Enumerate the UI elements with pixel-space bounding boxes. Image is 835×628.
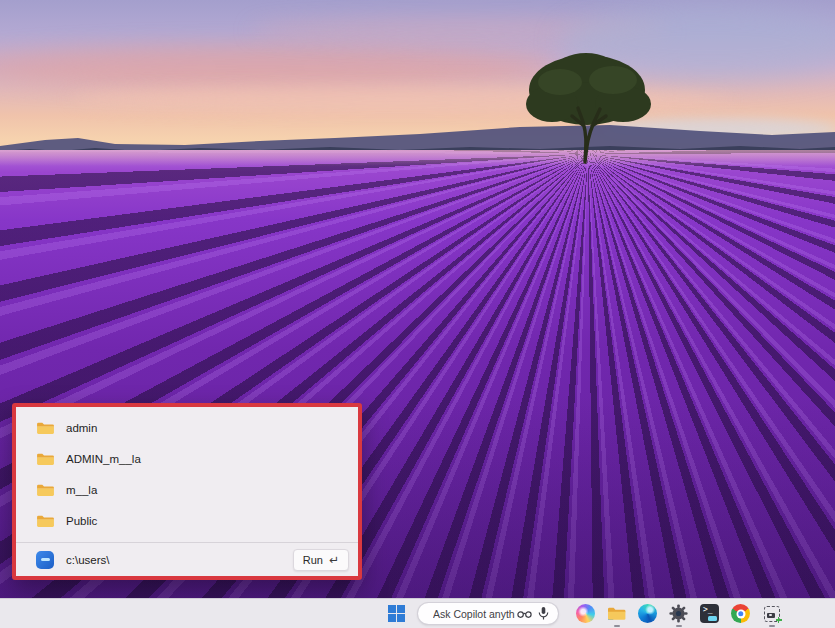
screen-capture-icon (764, 606, 780, 622)
desktop: admin ADMIN_m__la m__la (0, 0, 835, 628)
folder-name: admin (66, 422, 97, 434)
taskbar: >_ (0, 598, 835, 628)
folder-result-row[interactable]: ADMIN_m__la (16, 443, 358, 474)
run-app-icon (36, 551, 54, 569)
run-button-label: Run (303, 554, 323, 566)
windows-logo-icon (388, 605, 396, 613)
folder-name: m__la (66, 484, 97, 496)
terminal-icon: >_ (700, 604, 719, 623)
glasses-icon[interactable] (517, 609, 532, 619)
running-indicator (614, 625, 620, 628)
start-button[interactable] (388, 605, 405, 622)
edge-icon (638, 604, 657, 623)
folder-icon (36, 482, 55, 497)
run-command-row[interactable]: c:\users\ Run ↵ (16, 543, 358, 576)
folder-result-row[interactable]: Public (16, 505, 358, 536)
folder-icon (36, 451, 55, 466)
run-command-text: c:\users\ (66, 554, 109, 566)
microphone-icon[interactable] (538, 606, 549, 621)
plus-icon (778, 617, 780, 623)
search-input[interactable] (431, 607, 517, 621)
settings-gear-icon (669, 604, 688, 623)
taskbar-item-edge[interactable] (637, 599, 658, 628)
enter-key-icon: ↵ (329, 553, 339, 567)
running-indicator (769, 625, 775, 628)
folder-name: ADMIN_m__la (66, 453, 141, 465)
taskbar-item-terminal[interactable]: >_ (699, 599, 720, 628)
folder-result-row[interactable]: m__la (16, 474, 358, 505)
windows-logo-icon (397, 614, 405, 622)
windows-logo-icon (397, 605, 405, 613)
windows-logo-icon (388, 614, 396, 622)
folder-icon (36, 513, 55, 528)
copilot-icon (576, 604, 595, 623)
folder-icon (36, 420, 55, 435)
taskbar-item-file-explorer[interactable] (606, 599, 627, 628)
taskbar-item-screen-capture[interactable] (761, 599, 782, 628)
terminal-prompt-glyph: >_ (703, 605, 713, 614)
run-button[interactable]: Run ↵ (293, 549, 349, 571)
copilot-search-box[interactable] (417, 602, 559, 625)
run-flyout: admin ADMIN_m__la m__la (12, 403, 362, 580)
result-list: admin ADMIN_m__la m__la (16, 407, 358, 536)
taskbar-item-settings[interactable] (668, 599, 689, 628)
taskbar-item-chrome[interactable] (730, 599, 751, 628)
running-indicator (676, 625, 682, 628)
folder-result-row[interactable]: admin (16, 412, 358, 443)
chrome-icon (731, 604, 750, 623)
folder-name: Public (66, 515, 97, 527)
camera-icon (767, 613, 775, 619)
tree (518, 46, 658, 164)
taskbar-item-copilot[interactable] (575, 599, 596, 628)
file-explorer-icon (607, 605, 627, 622)
